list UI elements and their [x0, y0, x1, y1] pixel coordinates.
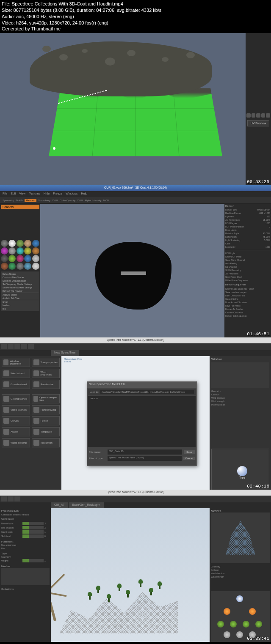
tool-button[interactable] [1, 344, 7, 349]
render-properties: Render Render SizeWhole Screen Realtime … [224, 204, 271, 337]
viewport[interactable] [51, 508, 210, 642]
save-button[interactable]: Save [184, 450, 195, 454]
menu-item[interactable]: Hide [44, 192, 50, 196]
tool-icon[interactable] [246, 113, 251, 118]
hand-drawing-button[interactable]: Hand drawing [32, 405, 60, 414]
path-field[interactable]: /working/Kingsley/Staff/Projects/Project… [100, 390, 194, 394]
window-properties-button[interactable]: Window properties [2, 358, 30, 367]
menu-item[interactable]: View [19, 192, 25, 196]
menu-item[interactable]: Freeze [53, 192, 62, 196]
slider[interactable] [22, 530, 44, 534]
tree-icon [33, 359, 39, 365]
tool-icon[interactable] [266, 113, 270, 118]
shader-swatch[interactable] [32, 247, 39, 255]
node[interactable] [217, 621, 224, 628]
node[interactable] [243, 621, 249, 628]
menu-item[interactable]: Help [81, 192, 87, 196]
shader-swatch[interactable] [24, 240, 31, 247]
uv-preview-button[interactable]: UV Preview [247, 120, 269, 126]
shader-swatch[interactable] [17, 240, 24, 247]
save-dialog: Save SpeedTree Model File Look in: /work… [87, 381, 197, 466]
menu-item[interactable]: Textures [29, 192, 40, 196]
shader-swatch[interactable] [1, 247, 8, 255]
templates-button[interactable]: Templates [32, 427, 60, 436]
node-graph[interactable] [211, 591, 270, 642]
slider[interactable] [22, 522, 44, 525]
properties-panel: Window Geometry Collision Wind direction… [210, 356, 271, 490]
tool-button[interactable] [1, 496, 7, 501]
shader-swatch[interactable] [8, 263, 16, 270]
tree-properties-button[interactable]: Tree properties [32, 358, 60, 367]
randomize-button[interactable]: Randomize [32, 380, 60, 389]
open-sample-button[interactable]: Open a sample tree [32, 394, 60, 403]
shader-swatch[interactable] [32, 255, 39, 262]
shader-swatch[interactable] [1, 255, 8, 262]
right-toolbar: UV Preview [246, 33, 271, 185]
shader-swatch[interactable] [17, 263, 24, 270]
assets-button[interactable]: Assets [2, 427, 30, 436]
tab[interactable]: Cliff_A7 [51, 502, 68, 508]
tool-icon[interactable] [261, 113, 265, 118]
node[interactable] [249, 608, 256, 615]
slider[interactable] [22, 526, 44, 529]
shader-swatch[interactable] [24, 247, 31, 255]
preview-area [211, 362, 269, 388]
getting-started-button[interactable]: Getting started [2, 394, 30, 403]
world-building-button[interactable]: World building [2, 438, 30, 447]
wind-properties-button[interactable]: Wind properties [32, 369, 60, 378]
node[interactable] [224, 631, 230, 638]
slider[interactable] [22, 534, 44, 538]
tool-button[interactable] [8, 496, 14, 501]
tool-button[interactable] [14, 344, 20, 349]
shader-swatch[interactable] [1, 240, 8, 247]
shader-swatch[interactable] [1, 263, 8, 270]
tree-node[interactable]: Tree [233, 466, 252, 479]
shader-swatch[interactable] [24, 255, 31, 262]
filetype-select[interactable]: SpeedTree Model Files (*.spm) [108, 456, 182, 461]
dialog-title: Save SpeedTree Model File [87, 382, 196, 388]
tool-button[interactable] [21, 344, 27, 349]
render-button[interactable]: Render [25, 199, 36, 202]
node[interactable] [230, 621, 237, 628]
wind-wizard-button[interactable]: Wind wizard [2, 369, 30, 378]
file-name: Speedtree Collections With 3D-Coat and H… [12, 1, 123, 6]
shader-swatch[interactable] [17, 255, 24, 262]
video-tutorials-button[interactable]: Video tutorials [2, 405, 30, 414]
tree-orb-icon [237, 466, 247, 476]
file-list[interactable]: tempo [88, 396, 196, 447]
node[interactable] [255, 621, 262, 628]
viewport[interactable] [40, 204, 224, 337]
tab[interactable]: Base/Gen_Rock.spm [69, 502, 103, 508]
node[interactable] [224, 608, 230, 615]
curves-button[interactable]: Curves [2, 416, 30, 425]
tool-icon[interactable] [256, 113, 260, 118]
filename-input[interactable]: Cliff_Color10 [108, 449, 182, 455]
tool-button[interactable] [28, 344, 34, 349]
nav-icon [33, 440, 39, 446]
tool-button[interactable] [14, 496, 20, 501]
shader-swatch[interactable] [32, 263, 39, 270]
node[interactable] [236, 631, 243, 638]
menu-item[interactable]: Edit [11, 192, 16, 196]
folder-item[interactable]: tempo [88, 396, 196, 400]
tab-new[interactable]: New SpeedTree [51, 350, 79, 356]
media-info-header: File: Speedtree Collections With 3D-Coat… [0, 0, 271, 33]
viewport[interactable]: Resolution: Fine Tris: 0 Save SpeedTree … [61, 356, 210, 490]
shader-swatch[interactable] [8, 255, 16, 262]
shaders-tab[interactable]: Shaders [1, 205, 39, 209]
shader-swatch[interactable] [8, 240, 16, 247]
node[interactable] [236, 595, 243, 602]
menu-item[interactable]: File [3, 192, 7, 196]
shader-swatch[interactable] [8, 247, 16, 255]
navigation-button[interactable]: Navigation [32, 438, 60, 447]
tool-button[interactable] [8, 344, 14, 349]
shader-swatch[interactable] [17, 247, 24, 255]
tool-icon[interactable] [252, 113, 256, 118]
growth-wizard-button[interactable]: Growth wizard [2, 380, 30, 389]
shader-swatch[interactable] [32, 240, 39, 247]
shader-swatch[interactable] [24, 263, 31, 270]
slider[interactable] [22, 559, 44, 562]
forces-button[interactable]: Forces [32, 416, 60, 425]
menu-item[interactable]: Windows [66, 192, 77, 196]
cancel-button[interactable]: Cancel [183, 457, 195, 460]
